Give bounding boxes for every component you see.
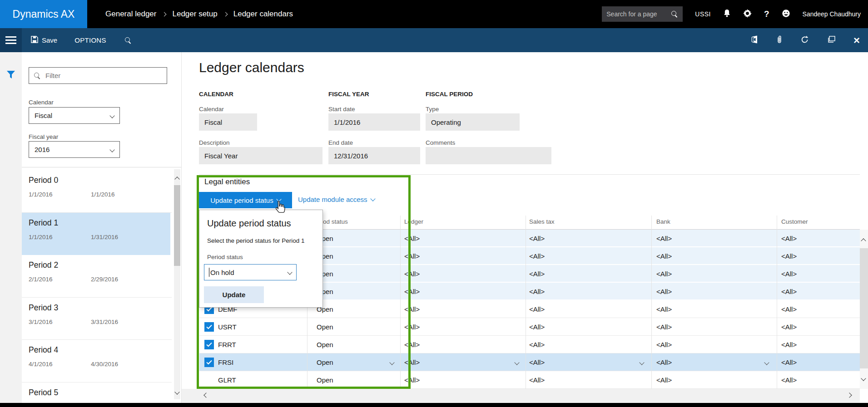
company-picker[interactable]: USSI	[695, 10, 711, 18]
bank-cell: <All>	[656, 230, 672, 247]
period-name: Period 3	[29, 303, 58, 313]
period-start-date: 1/1/2016	[29, 234, 53, 240]
bank-cell: <All>	[656, 318, 672, 336]
cell-dropdown-chevron-icon[interactable]	[514, 360, 519, 365]
customer-cell: <All>	[781, 371, 797, 389]
attach-paperclip-icon[interactable]	[776, 35, 783, 46]
grid-column-divider	[400, 216, 401, 389]
close-icon[interactable]: ×	[853, 35, 860, 46]
restore-window-icon[interactable]	[827, 36, 835, 45]
filter-input[interactable]: Filter	[29, 67, 167, 84]
bottom-edge	[0, 403, 868, 407]
page-search-input[interactable]: Search for a page	[602, 6, 683, 22]
office-icon[interactable]	[751, 35, 758, 45]
feedback-smiley-icon[interactable]	[782, 9, 790, 20]
bank-cell: <All>	[656, 265, 672, 283]
page-title: Ledger calendars	[199, 60, 304, 75]
grid-row-frrt[interactable]: FRRTOpen<All><All><All><All>	[199, 336, 860, 353]
filter-placeholder: Filter	[45, 72, 60, 79]
hamburger-menu-button[interactable]	[0, 28, 22, 52]
save-button[interactable]: Save	[31, 36, 57, 44]
grid-column-header: Ledger	[404, 218, 423, 225]
bell-icon[interactable]	[723, 9, 731, 20]
update-module-access-link[interactable]: Update module access	[298, 196, 375, 203]
section-divider	[199, 174, 860, 175]
grid-row-frsi[interactable]: FRSIOpen<All><All><All><All>	[199, 353, 860, 371]
grid-row-glrt[interactable]: GLRTOpen<All><All><All><All>	[199, 371, 860, 389]
chevron-down-icon	[109, 113, 114, 118]
funnel-filter-icon[interactable]	[6, 70, 16, 81]
user-menu[interactable]: Sandeep Chaudhury	[803, 10, 861, 18]
flyout-description: Select the period status for Period 1	[207, 237, 305, 244]
sidebar: Filter Calendar Fiscal Fiscal year 2016 …	[22, 52, 182, 403]
period-list-item[interactable]: Period 01/1/20161/1/2016	[22, 170, 172, 213]
customer-cell: <All>	[781, 318, 797, 336]
period-status-combobox[interactable]: On hold	[204, 264, 297, 280]
period-list-item[interactable]: Period 22/1/20162/29/2016	[22, 255, 172, 298]
ledger-cell[interactable]: <All>	[404, 353, 420, 371]
customer-cell: <All>	[781, 247, 797, 265]
bank-cell[interactable]: <All>	[656, 353, 672, 371]
customer-cell: <All>	[781, 336, 797, 353]
row-checkbox-checked[interactable]	[204, 340, 214, 349]
breadcrumb-ledger-calendars[interactable]: Ledger calendars	[233, 10, 293, 19]
section-header-fiscal-year: FISCAL YEAR	[328, 91, 369, 98]
toolbar-search-icon[interactable]	[124, 37, 132, 44]
grid-column-header: Customer	[781, 218, 808, 225]
section-header-fiscal-period: FISCAL PERIOD	[426, 91, 473, 98]
end-date-field-label: End date	[328, 139, 353, 146]
bank-cell: <All>	[656, 336, 672, 353]
action-toolbar: Save OPTIONS ×	[0, 28, 868, 52]
sales-tax-cell: <All>	[529, 265, 545, 283]
customer-cell: <All>	[781, 283, 797, 300]
options-menu[interactable]: OPTIONS	[74, 36, 106, 44]
description-field-label: Description	[199, 139, 230, 146]
fiscal-year-select[interactable]: 2016	[29, 141, 120, 158]
period-start-date: 1/1/2016	[29, 191, 53, 198]
cell-dropdown-chevron-icon[interactable]	[764, 360, 769, 365]
ledger-cell: <All>	[404, 265, 420, 283]
customer-cell: <All>	[781, 230, 797, 247]
sales-tax-cell: <All>	[529, 371, 545, 389]
period-list-item[interactable]: Period 11/1/20161/31/2016	[22, 213, 170, 255]
app-logo[interactable]: Dynamics AX	[0, 0, 87, 28]
period-status-cell[interactable]: Open	[317, 353, 333, 371]
period-list-item[interactable]: Period 44/1/20164/30/2016	[22, 340, 172, 382]
start-date-field: 1/1/2016	[328, 113, 420, 131]
filter-strip	[0, 52, 22, 403]
period-list-item[interactable]: Period 55/1/20165/31/2016	[22, 382, 172, 403]
chevron-down-icon	[287, 270, 292, 275]
gear-icon[interactable]	[743, 9, 752, 20]
period-end-date: 1/1/2016	[91, 191, 115, 198]
company-cell: USRT	[218, 318, 237, 336]
period-status-cell: Open	[317, 336, 333, 353]
period-start-date: 2/1/2016	[29, 276, 53, 283]
grid-column-divider	[651, 216, 652, 389]
calendar-select[interactable]: Fiscal	[29, 107, 120, 124]
period-status-cell: Open	[317, 318, 333, 336]
refresh-icon[interactable]	[801, 35, 809, 45]
search-icon[interactable]	[671, 10, 678, 18]
company-cell[interactable]: FRSI	[218, 353, 233, 371]
breadcrumb-general-ledger[interactable]: General ledger	[105, 10, 156, 19]
row-checkbox-checked[interactable]	[204, 358, 214, 367]
cell-dropdown-chevron-icon[interactable]	[389, 360, 394, 365]
grid-row-usrt[interactable]: USRTOpen<All><All><All><All>	[199, 318, 860, 336]
grid-scrollbar-thumb[interactable]	[860, 248, 868, 368]
grid-horizontal-scrollbar[interactable]	[182, 389, 860, 402]
ledger-cell: <All>	[404, 283, 420, 300]
sidebar-scrollbar-thumb[interactable]	[174, 185, 180, 266]
customer-cell[interactable]: <All>	[781, 353, 797, 371]
flyout-title: Update period status	[207, 218, 291, 229]
cell-dropdown-chevron-icon[interactable]	[639, 360, 644, 365]
update-button[interactable]: Update	[204, 286, 264, 303]
row-checkbox-checked[interactable]	[204, 322, 214, 332]
period-list-item[interactable]: Period 33/1/20163/31/2016	[22, 298, 172, 340]
bank-cell: <All>	[656, 247, 672, 265]
sales-tax-cell[interactable]: <All>	[529, 353, 545, 371]
grid-column-divider	[526, 216, 526, 389]
breadcrumb-ledger-setup[interactable]: Ledger setup	[172, 10, 217, 19]
help-icon[interactable]: ?	[764, 9, 769, 19]
section-header-calendar: CALENDAR	[199, 91, 233, 98]
period-end-date: 3/31/2016	[91, 319, 118, 325]
